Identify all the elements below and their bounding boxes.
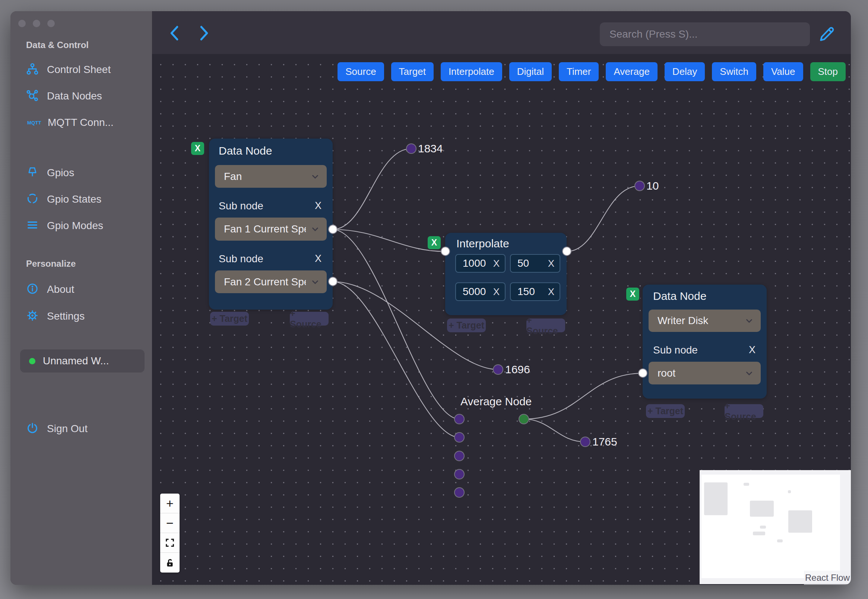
fit-view-icon xyxy=(165,537,175,548)
value-endpoint[interactable] xyxy=(580,436,590,447)
power-icon xyxy=(26,422,39,436)
node-title: Interpolate xyxy=(456,237,509,250)
sidebar-item-gpios[interactable]: Gpios xyxy=(26,164,74,181)
interpolate-input[interactable]: 50 X xyxy=(510,254,560,273)
remove-sub-node-button[interactable]: X xyxy=(315,200,322,212)
sidebar-item-data-nodes[interactable]: Data Nodes xyxy=(26,87,102,105)
delete-node-button[interactable]: X xyxy=(190,141,205,156)
zoom-in-button[interactable]: + xyxy=(160,494,179,513)
sub-node-select[interactable]: Fan 1 Current Spe xyxy=(215,218,327,241)
source-handle[interactable] xyxy=(328,277,337,286)
value-endpoint[interactable] xyxy=(493,364,503,375)
sidebar-item-gpio-states[interactable]: Gpio States xyxy=(26,191,101,208)
sidebar-item-about[interactable]: About xyxy=(26,281,74,298)
edge[interactable] xyxy=(332,229,459,419)
average-source-handle[interactable] xyxy=(519,414,529,424)
delete-node-button[interactable]: X xyxy=(427,235,442,250)
clear-input-button[interactable]: X xyxy=(548,258,554,269)
workflow-label: Unnamed W... xyxy=(43,355,109,367)
node-title: Data Node xyxy=(219,144,272,157)
remove-sub-node-button[interactable]: X xyxy=(749,344,755,356)
remove-sub-node-button[interactable]: X xyxy=(315,253,322,265)
control-sheet-icon xyxy=(26,63,39,77)
sidebar-item-sign-out[interactable]: Sign Out xyxy=(26,420,87,437)
flow-canvas[interactable]: Source Target Interpolate Digital Timer … xyxy=(152,54,851,585)
add-source-pill[interactable]: + Source xyxy=(290,312,329,325)
palette-button-timer[interactable]: Timer xyxy=(559,62,599,81)
average-target-handle[interactable] xyxy=(454,469,465,479)
zoom-out-button[interactable]: − xyxy=(160,513,179,533)
edge[interactable] xyxy=(524,419,585,442)
chevron-down-icon xyxy=(744,369,754,378)
add-source-pill[interactable]: + Source xyxy=(725,404,763,418)
palette-button-delay[interactable]: Delay xyxy=(665,62,705,81)
average-target-handle[interactable] xyxy=(454,432,465,442)
add-target-pill[interactable]: + Target xyxy=(646,404,685,418)
palette-button-interpolate[interactable]: Interpolate xyxy=(441,62,502,81)
interpolate-input[interactable]: 1000 X xyxy=(455,254,505,273)
sidebar-item-mqtt[interactable]: MQTT MQTT Conn... xyxy=(26,114,114,131)
traffic-light-close[interactable] xyxy=(18,20,26,27)
palette-button-switch[interactable]: Switch xyxy=(712,62,756,81)
sidebar-item-workflow[interactable]: Unnamed W... xyxy=(20,349,144,373)
minimap[interactable] xyxy=(700,470,851,584)
sidebar-item-label: Settings xyxy=(47,310,84,322)
add-target-pill[interactable]: + Target xyxy=(210,312,249,325)
value-endpoint[interactable] xyxy=(635,181,645,191)
delete-node-button[interactable]: X xyxy=(625,286,640,302)
lock-button[interactable] xyxy=(160,553,179,573)
react-flow-attribution[interactable]: React Flow xyxy=(804,571,851,585)
source-handle[interactable] xyxy=(562,247,572,256)
sidebar-item-label: MQTT Conn... xyxy=(48,117,114,128)
palette-button-digital[interactable]: Digital xyxy=(509,62,552,81)
palette-button-source[interactable]: Source xyxy=(337,62,384,81)
source-handle[interactable] xyxy=(328,224,337,234)
palette-button-stop[interactable]: Stop xyxy=(810,62,846,81)
forward-button[interactable] xyxy=(196,24,212,42)
sidebar-item-label: Gpio States xyxy=(47,193,101,205)
sidebar-item-settings[interactable]: Settings xyxy=(26,308,84,325)
add-source-pill[interactable]: + Source xyxy=(527,319,565,332)
minus-icon: − xyxy=(166,517,174,529)
back-button[interactable] xyxy=(166,24,182,42)
data-node-writer-disk[interactable]: Data Node Writer Disk Sub node X root xyxy=(642,284,767,399)
traffic-light-minimize[interactable] xyxy=(33,20,40,27)
average-target-handle[interactable] xyxy=(454,487,465,498)
edge[interactable] xyxy=(567,186,639,251)
interpolate-input[interactable]: 150 X xyxy=(510,282,560,301)
palette-button-value[interactable]: Value xyxy=(763,62,803,81)
sub-node-label: Sub node xyxy=(653,344,698,356)
clear-input-button[interactable]: X xyxy=(493,286,499,298)
sub-node-label: Sub node xyxy=(219,200,263,212)
sidebar-item-control-sheet[interactable]: Control Sheet xyxy=(26,61,111,78)
edit-button[interactable] xyxy=(817,24,836,46)
sub-node-select[interactable]: Fan 2 Current Spe xyxy=(215,271,327,293)
interpolate-node[interactable]: Interpolate 1000 X 50 X 5000 X 150 X xyxy=(445,233,567,315)
minimap-node xyxy=(788,490,791,493)
sidebar-item-gpio-modes[interactable]: Gpio Modes xyxy=(26,217,103,234)
edge[interactable] xyxy=(332,149,411,229)
edge[interactable] xyxy=(524,373,642,419)
fit-view-button[interactable] xyxy=(160,533,179,553)
interpolate-input[interactable]: 5000 X xyxy=(455,282,505,301)
palette-button-target[interactable]: Target xyxy=(391,62,434,81)
value-endpoint[interactable] xyxy=(406,143,417,154)
app-window: Data & Control Control Sheet Data Nodes … xyxy=(11,11,851,585)
target-handle[interactable] xyxy=(441,247,450,256)
search-input[interactable] xyxy=(600,23,810,46)
average-target-handle[interactable] xyxy=(454,414,465,424)
device-select[interactable]: Fan xyxy=(215,165,327,188)
sub-node-select[interactable]: root xyxy=(648,362,761,384)
palette-button-average[interactable]: Average xyxy=(606,62,657,81)
edge[interactable] xyxy=(332,281,459,437)
sidebar-item-label: Data Nodes xyxy=(47,90,102,102)
data-node-fan[interactable]: Data Node Fan Sub node X Fan 1 Current S… xyxy=(209,138,332,310)
clear-input-button[interactable]: X xyxy=(548,286,554,298)
traffic-light-zoom[interactable] xyxy=(47,20,55,27)
target-handle[interactable] xyxy=(638,369,647,378)
minimap-node xyxy=(760,525,766,528)
average-target-handle[interactable] xyxy=(454,451,465,461)
add-target-pill[interactable]: + Target xyxy=(447,319,486,332)
clear-input-button[interactable]: X xyxy=(493,258,499,269)
device-select[interactable]: Writer Disk xyxy=(648,310,761,332)
